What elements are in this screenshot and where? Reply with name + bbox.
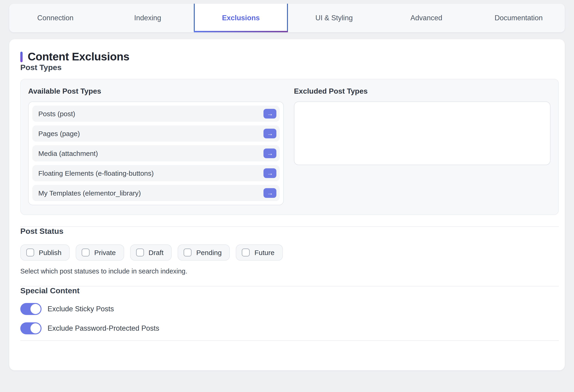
toggle-row-sticky-posts: Exclude Sticky Posts	[20, 303, 559, 315]
post-type-label: Pages (page)	[38, 130, 264, 137]
tab-exclusions[interactable]: Exclusions	[194, 4, 288, 32]
excluded-post-types-column: Excluded Post Types	[294, 87, 551, 205]
excluded-post-types-list	[294, 101, 551, 165]
status-option-label: Draft	[149, 249, 164, 256]
excluded-post-types-heading: Excluded Post Types	[294, 87, 551, 96]
post-type-row-my-templates: My Templates (elementor_library) →	[32, 185, 280, 201]
post-type-row-posts: Posts (post) →	[32, 106, 280, 122]
post-status-heading: Post Status	[20, 227, 559, 236]
status-option-publish[interactable]: Publish	[20, 244, 70, 261]
checkbox-draft[interactable]	[136, 249, 144, 256]
exclude-post-type-button[interactable]: →	[264, 129, 276, 138]
arrow-right-icon: →	[267, 109, 273, 118]
tab-indexing[interactable]: Indexing	[102, 4, 194, 32]
post-type-row-pages: Pages (page) →	[32, 125, 280, 142]
status-option-draft[interactable]: Draft	[130, 244, 172, 261]
status-option-label: Pending	[196, 249, 222, 256]
exclude-post-type-button[interactable]: →	[264, 188, 276, 198]
settings-page: Connection Indexing Exclusions UI & Styl…	[0, 4, 574, 392]
toggle-knob	[30, 304, 41, 314]
special-content-heading: Special Content	[20, 286, 559, 296]
arrow-right-icon: →	[267, 129, 273, 138]
status-option-pending[interactable]: Pending	[178, 244, 230, 261]
arrow-right-icon: →	[267, 149, 273, 158]
post-type-label: Posts (post)	[38, 110, 264, 118]
checkbox-publish[interactable]	[26, 249, 34, 256]
status-option-private[interactable]: Private	[76, 244, 124, 261]
tab-ui-styling[interactable]: UI & Styling	[288, 4, 380, 32]
post-type-label: Floating Elements (e-floating-buttons)	[38, 169, 264, 177]
status-option-label: Private	[94, 249, 116, 256]
post-status-options: Publish Private Draft Pending Future	[20, 244, 559, 261]
accent-bar	[20, 51, 23, 62]
exclude-post-type-button[interactable]: →	[264, 168, 276, 178]
available-post-types-list: Posts (post) → Pages (page) → Media (att…	[28, 101, 284, 205]
checkbox-future[interactable]	[242, 249, 250, 256]
toggle-knob	[30, 323, 41, 333]
post-types-heading: Post Types	[20, 63, 559, 72]
section-divider	[20, 340, 559, 341]
exclude-post-type-button[interactable]: →	[264, 149, 276, 158]
available-post-types-heading: Available Post Types	[28, 87, 284, 96]
arrow-right-icon: →	[267, 168, 273, 178]
toggle-label: Exclude Sticky Posts	[47, 305, 114, 313]
exclude-password-protected-toggle[interactable]	[20, 322, 41, 334]
tab-connection[interactable]: Connection	[9, 4, 102, 32]
tab-advanced[interactable]: Advanced	[380, 4, 472, 32]
arrow-right-icon: →	[267, 188, 273, 198]
page-title-row: Content Exclusions	[20, 50, 559, 63]
post-type-row-floating-elements: Floating Elements (e-floating-buttons) →	[32, 165, 280, 181]
post-types-transfer-panel: Available Post Types Posts (post) → Page…	[20, 79, 559, 215]
page-title: Content Exclusions	[28, 50, 129, 63]
status-option-label: Publish	[39, 249, 61, 256]
checkbox-pending[interactable]	[184, 249, 192, 256]
exclude-sticky-posts-toggle[interactable]	[20, 303, 41, 315]
tab-documentation[interactable]: Documentation	[472, 4, 565, 32]
post-type-label: My Templates (elementor_library)	[38, 189, 264, 197]
settings-tabbar: Connection Indexing Exclusions UI & Styl…	[9, 4, 565, 32]
content-exclusions-card: Content Exclusions Post Types Available …	[9, 39, 565, 370]
toggle-label: Exclude Password-Protected Posts	[47, 324, 159, 333]
checkbox-private[interactable]	[82, 249, 89, 256]
status-option-label: Future	[254, 249, 275, 256]
post-status-description: Select which post statuses to include in…	[20, 268, 559, 275]
status-option-future[interactable]: Future	[236, 244, 283, 261]
post-type-row-media: Media (attachment) →	[32, 145, 280, 161]
available-post-types-column: Available Post Types Posts (post) → Page…	[28, 87, 284, 205]
exclude-post-type-button[interactable]: →	[264, 109, 276, 119]
post-type-label: Media (attachment)	[38, 149, 264, 157]
toggle-row-password-protected: Exclude Password-Protected Posts	[20, 322, 559, 334]
